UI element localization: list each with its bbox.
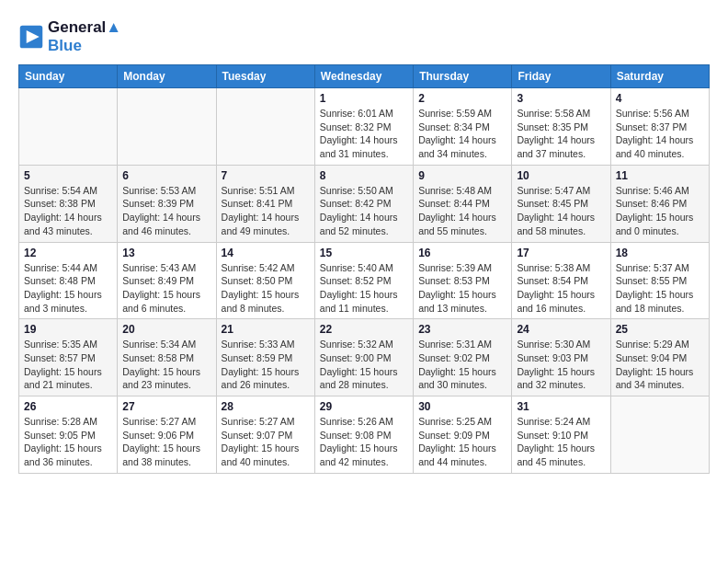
day-number: 22 (320, 323, 408, 336)
day-number: 19 (24, 323, 112, 336)
day-info: Sunrise: 5:26 AM Sunset: 9:08 PM Dayligh… (320, 415, 408, 469)
day-info: Sunrise: 6:01 AM Sunset: 8:32 PM Dayligh… (320, 107, 408, 161)
day-number: 27 (122, 400, 210, 413)
calendar-cell: 28Sunrise: 5:27 AM Sunset: 9:07 PM Dayli… (216, 396, 314, 474)
calendar-week-1: 1Sunrise: 6:01 AM Sunset: 8:32 PM Daylig… (19, 88, 710, 166)
weekday-header-saturday: Saturday (610, 65, 709, 88)
day-number: 16 (418, 247, 506, 259)
calendar-cell: 9Sunrise: 5:48 AM Sunset: 8:44 PM Daylig… (414, 165, 512, 242)
calendar-cell: 21Sunrise: 5:33 AM Sunset: 8:59 PM Dayli… (216, 319, 314, 396)
calendar-cell: 17Sunrise: 5:38 AM Sunset: 8:54 PM Dayli… (512, 242, 610, 319)
day-info: Sunrise: 5:27 AM Sunset: 9:06 PM Dayligh… (122, 415, 210, 469)
day-info: Sunrise: 5:56 AM Sunset: 8:37 PM Dayligh… (616, 107, 704, 161)
weekday-header-monday: Monday (118, 65, 216, 88)
page-header: General▲ Blue (18, 18, 710, 55)
logo-text: General▲ Blue (48, 18, 121, 55)
day-info: Sunrise: 5:46 AM Sunset: 8:46 PM Dayligh… (616, 184, 704, 238)
calendar-cell: 26Sunrise: 5:28 AM Sunset: 9:05 PM Dayli… (19, 396, 118, 474)
calendar-cell: 15Sunrise: 5:40 AM Sunset: 8:52 PM Dayli… (314, 242, 413, 319)
day-number: 6 (122, 169, 210, 182)
day-info: Sunrise: 5:28 AM Sunset: 9:05 PM Dayligh… (24, 415, 112, 469)
calendar-cell (216, 88, 314, 166)
day-number: 15 (320, 247, 408, 259)
calendar-week-2: 5Sunrise: 5:54 AM Sunset: 8:38 PM Daylig… (19, 165, 710, 242)
calendar-cell: 31Sunrise: 5:24 AM Sunset: 9:10 PM Dayli… (512, 396, 610, 474)
calendar: SundayMondayTuesdayWednesdayThursdayFrid… (18, 64, 710, 474)
calendar-week-4: 19Sunrise: 5:35 AM Sunset: 8:57 PM Dayli… (19, 319, 710, 396)
calendar-week-5: 26Sunrise: 5:28 AM Sunset: 9:05 PM Dayli… (19, 396, 710, 474)
calendar-cell: 14Sunrise: 5:42 AM Sunset: 8:50 PM Dayli… (216, 242, 314, 319)
day-number: 30 (418, 400, 506, 413)
calendar-cell: 18Sunrise: 5:37 AM Sunset: 8:55 PM Dayli… (610, 242, 709, 319)
calendar-cell: 10Sunrise: 5:47 AM Sunset: 8:45 PM Dayli… (512, 165, 610, 242)
day-info: Sunrise: 5:47 AM Sunset: 8:45 PM Dayligh… (517, 184, 605, 238)
calendar-cell: 12Sunrise: 5:44 AM Sunset: 8:48 PM Dayli… (19, 242, 118, 319)
calendar-cell: 4Sunrise: 5:56 AM Sunset: 8:37 PM Daylig… (610, 88, 709, 166)
day-number: 13 (122, 247, 210, 259)
day-number: 11 (616, 169, 704, 182)
calendar-cell: 7Sunrise: 5:51 AM Sunset: 8:41 PM Daylig… (216, 165, 314, 242)
day-number: 24 (517, 323, 605, 336)
day-number: 29 (320, 400, 408, 413)
day-number: 25 (616, 323, 704, 336)
day-info: Sunrise: 5:50 AM Sunset: 8:42 PM Dayligh… (320, 184, 408, 238)
day-info: Sunrise: 5:33 AM Sunset: 8:59 PM Dayligh… (222, 338, 310, 392)
calendar-cell: 24Sunrise: 5:30 AM Sunset: 9:03 PM Dayli… (512, 319, 610, 396)
calendar-cell: 6Sunrise: 5:53 AM Sunset: 8:39 PM Daylig… (118, 165, 216, 242)
calendar-cell: 16Sunrise: 5:39 AM Sunset: 8:53 PM Dayli… (414, 242, 512, 319)
day-number: 12 (24, 247, 112, 259)
calendar-cell (19, 88, 118, 166)
weekday-header-tuesday: Tuesday (216, 65, 314, 88)
day-info: Sunrise: 5:44 AM Sunset: 8:48 PM Dayligh… (24, 261, 112, 316)
calendar-cell: 25Sunrise: 5:29 AM Sunset: 9:04 PM Dayli… (610, 319, 709, 396)
calendar-cell: 29Sunrise: 5:26 AM Sunset: 9:08 PM Dayli… (314, 396, 413, 474)
weekday-header-thursday: Thursday (414, 65, 512, 88)
calendar-cell: 11Sunrise: 5:46 AM Sunset: 8:46 PM Dayli… (610, 165, 709, 242)
day-number: 7 (222, 169, 310, 182)
day-info: Sunrise: 5:29 AM Sunset: 9:04 PM Dayligh… (616, 338, 704, 392)
calendar-cell: 22Sunrise: 5:32 AM Sunset: 9:00 PM Dayli… (314, 319, 413, 396)
day-number: 8 (320, 169, 408, 182)
day-info: Sunrise: 5:51 AM Sunset: 8:41 PM Dayligh… (222, 184, 310, 238)
calendar-cell: 19Sunrise: 5:35 AM Sunset: 8:57 PM Dayli… (19, 319, 118, 396)
day-number: 20 (122, 323, 210, 336)
day-info: Sunrise: 5:32 AM Sunset: 9:00 PM Dayligh… (320, 338, 408, 392)
day-number: 28 (222, 400, 310, 413)
day-number: 23 (418, 323, 506, 336)
calendar-week-3: 12Sunrise: 5:44 AM Sunset: 8:48 PM Dayli… (19, 242, 710, 319)
day-info: Sunrise: 5:48 AM Sunset: 8:44 PM Dayligh… (418, 184, 506, 238)
day-info: Sunrise: 5:25 AM Sunset: 9:09 PM Dayligh… (418, 415, 506, 469)
weekday-header-friday: Friday (512, 65, 610, 88)
day-info: Sunrise: 5:30 AM Sunset: 9:03 PM Dayligh… (517, 338, 605, 392)
calendar-cell: 13Sunrise: 5:43 AM Sunset: 8:49 PM Dayli… (118, 242, 216, 319)
day-number: 26 (24, 400, 112, 413)
calendar-cell: 27Sunrise: 5:27 AM Sunset: 9:06 PM Dayli… (118, 396, 216, 474)
day-info: Sunrise: 5:59 AM Sunset: 8:34 PM Dayligh… (418, 107, 506, 161)
calendar-cell: 5Sunrise: 5:54 AM Sunset: 8:38 PM Daylig… (19, 165, 118, 242)
day-info: Sunrise: 5:39 AM Sunset: 8:53 PM Dayligh… (418, 261, 506, 316)
day-number: 4 (616, 92, 704, 105)
day-info: Sunrise: 5:43 AM Sunset: 8:49 PM Dayligh… (122, 261, 210, 316)
day-info: Sunrise: 5:24 AM Sunset: 9:10 PM Dayligh… (517, 415, 605, 469)
calendar-cell: 3Sunrise: 5:58 AM Sunset: 8:35 PM Daylig… (512, 88, 610, 166)
day-number: 5 (24, 169, 112, 182)
logo-icon (18, 24, 44, 50)
day-number: 3 (517, 92, 605, 105)
day-info: Sunrise: 5:38 AM Sunset: 8:54 PM Dayligh… (517, 261, 605, 316)
day-number: 21 (222, 323, 310, 336)
day-number: 31 (517, 400, 605, 413)
calendar-cell: 1Sunrise: 6:01 AM Sunset: 8:32 PM Daylig… (314, 88, 413, 166)
logo: General▲ Blue (18, 18, 121, 55)
day-info: Sunrise: 5:42 AM Sunset: 8:50 PM Dayligh… (222, 261, 310, 316)
calendar-cell: 23Sunrise: 5:31 AM Sunset: 9:02 PM Dayli… (414, 319, 512, 396)
day-info: Sunrise: 5:53 AM Sunset: 8:39 PM Dayligh… (122, 184, 210, 238)
calendar-cell: 2Sunrise: 5:59 AM Sunset: 8:34 PM Daylig… (414, 88, 512, 166)
calendar-cell (610, 396, 709, 474)
calendar-cell: 8Sunrise: 5:50 AM Sunset: 8:42 PM Daylig… (314, 165, 413, 242)
day-info: Sunrise: 5:27 AM Sunset: 9:07 PM Dayligh… (222, 415, 310, 469)
weekday-header-wednesday: Wednesday (314, 65, 413, 88)
weekday-header-sunday: Sunday (19, 65, 118, 88)
day-number: 1 (320, 92, 408, 105)
day-info: Sunrise: 5:58 AM Sunset: 8:35 PM Dayligh… (517, 107, 605, 161)
day-info: Sunrise: 5:31 AM Sunset: 9:02 PM Dayligh… (418, 338, 506, 392)
